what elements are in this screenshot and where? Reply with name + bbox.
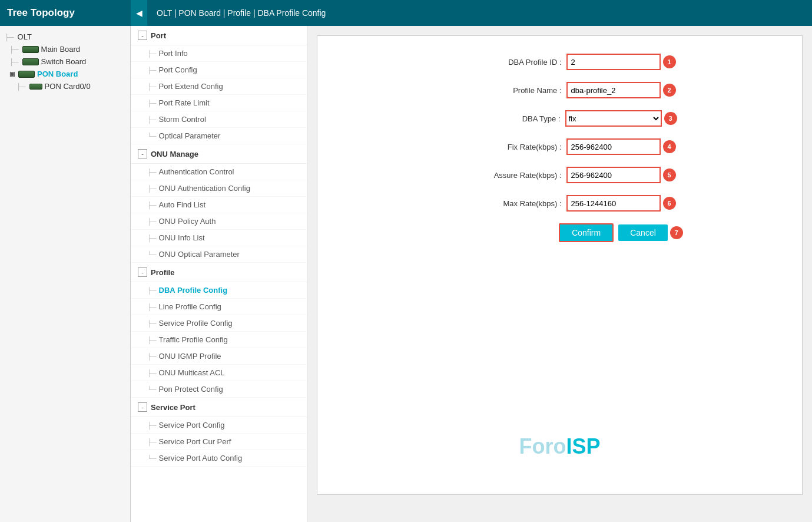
nav-connector: ├─ bbox=[147, 83, 157, 90]
nav-connector: └─ bbox=[147, 133, 157, 140]
nav-item-onu-optical-parameter[interactable]: └─ ONU Optical Parameter bbox=[131, 246, 307, 263]
fix-rate-input[interactable] bbox=[566, 138, 661, 155]
assure-rate-wrap: 5 bbox=[566, 167, 676, 183]
app-header: Tree Topology ◀ OLT | PON Board | Profil… bbox=[0, 0, 812, 26]
assure-rate-input[interactable] bbox=[566, 167, 661, 183]
nav-item-port-info[interactable]: ├─ Port Info bbox=[131, 45, 307, 62]
fix-rate-row: Fix Rate(kbps) : 4 bbox=[329, 138, 790, 155]
nav-connector: └─ bbox=[147, 251, 157, 258]
switch-board-label: Switch Board bbox=[41, 57, 87, 66]
dba-type-wrap: fix assure max assure+fix assure+max 3 bbox=[565, 110, 677, 127]
nav-item-service-profile-config[interactable]: ├─ Service Profile Config bbox=[131, 315, 307, 332]
nav-item-port-config[interactable]: ├─ Port Config bbox=[131, 62, 307, 78]
tree-item-olt[interactable]: ├─ OLT bbox=[2, 31, 128, 43]
device-icon bbox=[29, 84, 42, 90]
section-service-port-header[interactable]: - Service Port bbox=[131, 398, 307, 417]
fix-rate-wrap: 4 bbox=[566, 138, 676, 155]
badge-4: 4 bbox=[663, 140, 676, 153]
dba-profile-id-input[interactable] bbox=[566, 54, 661, 70]
nav-connector: ├─ bbox=[147, 422, 157, 429]
dba-type-label: DBA Type : bbox=[443, 114, 561, 123]
assure-rate-label: Assure Rate(kbps) : bbox=[444, 171, 562, 180]
nav-item-onu-info-list[interactable]: ├─ ONU Info List bbox=[131, 230, 307, 246]
nav-item-authentication-control[interactable]: ├─ Authentication Control bbox=[131, 164, 307, 180]
nav-item-line-profile-config[interactable]: ├─ Line Profile Config bbox=[131, 299, 307, 315]
nav-item-service-port-cur-perf[interactable]: ├─ Service Port Cur Perf bbox=[131, 434, 307, 450]
watermark-foro: Foro bbox=[519, 434, 566, 458]
profile-name-row: Profile Name : 2 bbox=[329, 82, 790, 98]
section-service-port-title: Service Port bbox=[151, 403, 195, 412]
max-rate-wrap: 6 bbox=[566, 195, 676, 212]
toggle-sidebar-button[interactable]: ◀ bbox=[131, 0, 147, 26]
expand-onu-icon[interactable]: - bbox=[138, 149, 147, 158]
expand-port-icon[interactable]: - bbox=[138, 31, 147, 40]
tree-item-main-board[interactable]: ├─ Main Board bbox=[2, 43, 128, 55]
badge-1: 1 bbox=[663, 55, 676, 68]
nav-connector: ├─ bbox=[147, 185, 157, 192]
nav-connector: ├─ bbox=[147, 218, 157, 225]
nav-item-traffic-profile-config[interactable]: ├─ Traffic Profile Config bbox=[131, 332, 307, 348]
expand-profile-icon[interactable]: - bbox=[138, 267, 147, 277]
tree-item-pon-board[interactable]: ▣ PON Board bbox=[2, 68, 128, 80]
assure-rate-row: Assure Rate(kbps) : 5 bbox=[329, 167, 790, 183]
section-port-title: Port bbox=[151, 31, 166, 40]
section-port-header[interactable]: - Port bbox=[131, 26, 307, 45]
nav-item-auto-find-list[interactable]: ├─ Auto Find List bbox=[131, 197, 307, 213]
pon-board-label: PON Board bbox=[37, 70, 78, 78]
nav-item-onu-policy-auth[interactable]: ├─ ONU Policy Auth bbox=[131, 213, 307, 230]
badge-7: 7 bbox=[670, 226, 683, 239]
max-rate-label: Max Rate(kbps) : bbox=[444, 199, 562, 208]
cancel-button[interactable]: Cancel bbox=[618, 224, 668, 241]
nav-connector: ├─ bbox=[147, 234, 157, 242]
nav-item-onu-auth-config[interactable]: ├─ ONU Authentication Config bbox=[131, 180, 307, 197]
expand-service-port-icon[interactable]: - bbox=[138, 402, 147, 412]
profile-name-label: Profile Name : bbox=[444, 86, 562, 95]
nav-item-onu-igmp-profile[interactable]: ├─ ONU IGMP Profile bbox=[131, 348, 307, 365]
tree-connector: ├─ bbox=[5, 34, 14, 41]
nav-item-onu-multicast-acl[interactable]: ├─ ONU Multicast ACL bbox=[131, 365, 307, 381]
dba-profile-id-label: DBA Profile ID : bbox=[444, 58, 562, 67]
tree-item-switch-board[interactable]: ├─ Switch Board bbox=[2, 55, 128, 68]
badge-6: 6 bbox=[663, 197, 676, 210]
section-onu-title: ONU Manage bbox=[151, 150, 198, 158]
breadcrumb: OLT | PON Board | Profile | DBA Profile … bbox=[157, 8, 326, 18]
profile-name-wrap: 2 bbox=[566, 82, 676, 98]
nav-item-service-port-auto-config[interactable]: └─ Service Port Auto Config bbox=[131, 450, 307, 467]
tree-sidebar: ├─ OLT ├─ Main Board ├─ Switch Board ▣ P… bbox=[0, 26, 131, 522]
section-profile-header[interactable]: - Profile bbox=[131, 263, 307, 282]
nav-item-pon-protect-config[interactable]: └─ Pon Protect Config bbox=[131, 381, 307, 398]
nav-item-storm-control[interactable]: ├─ Storm Control bbox=[131, 111, 307, 128]
app-title: Tree Topology bbox=[7, 7, 131, 19]
tree-item-pon-card[interactable]: ├─ PON Card0/0 bbox=[2, 80, 128, 92]
section-onu-manage-header[interactable]: - ONU Manage bbox=[131, 144, 307, 164]
badge-5: 5 bbox=[663, 169, 676, 181]
main-board-label: Main Board bbox=[41, 45, 80, 54]
nav-connector: ├─ bbox=[147, 201, 157, 209]
dba-type-select[interactable]: fix assure max assure+fix assure+max bbox=[565, 110, 662, 127]
dba-profile-id-wrap: 1 bbox=[566, 54, 676, 70]
nav-item-port-rate-limit[interactable]: ├─ Port Rate Limit bbox=[131, 95, 307, 111]
nav-connector: ├─ bbox=[147, 438, 157, 445]
nav-item-service-port-config[interactable]: ├─ Service Port Config bbox=[131, 417, 307, 434]
fix-rate-label: Fix Rate(kbps) : bbox=[444, 143, 562, 151]
nav-item-port-extend-config[interactable]: ├─ Port Extend Config bbox=[131, 78, 307, 95]
pon-card-label: PON Card0/0 bbox=[45, 82, 91, 91]
max-rate-input[interactable] bbox=[566, 195, 661, 212]
nav-connector: ├─ bbox=[147, 369, 157, 376]
button-wrap: Confirm Cancel 7 bbox=[559, 223, 683, 242]
button-row: Confirm Cancel 7 bbox=[329, 223, 790, 242]
nav-panel: - Port ├─ Port Info ├─ Port Config ├─ Po… bbox=[131, 26, 307, 522]
nav-connector: ├─ bbox=[147, 67, 157, 74]
expand-icon[interactable]: ▣ bbox=[9, 71, 15, 77]
nav-item-optical-parameter[interactable]: └─ Optical Parameter bbox=[131, 128, 307, 144]
tree-connector: ├─ bbox=[9, 58, 19, 65]
nav-connector: ├─ bbox=[147, 169, 157, 176]
dba-profile-id-row: DBA Profile ID : 1 bbox=[329, 54, 790, 70]
max-rate-row: Max Rate(kbps) : 6 bbox=[329, 195, 790, 212]
watermark: ForoISP bbox=[519, 434, 600, 459]
main-content: DBA Profile ID : 1 Profile Name : 2 DBA … bbox=[307, 26, 812, 522]
confirm-button[interactable]: Confirm bbox=[559, 223, 614, 242]
nav-item-dba-profile-config[interactable]: ├─ DBA Profile Config bbox=[131, 282, 307, 299]
dba-type-row: DBA Type : fix assure max assure+fix ass… bbox=[329, 110, 790, 127]
profile-name-input[interactable] bbox=[566, 82, 661, 98]
